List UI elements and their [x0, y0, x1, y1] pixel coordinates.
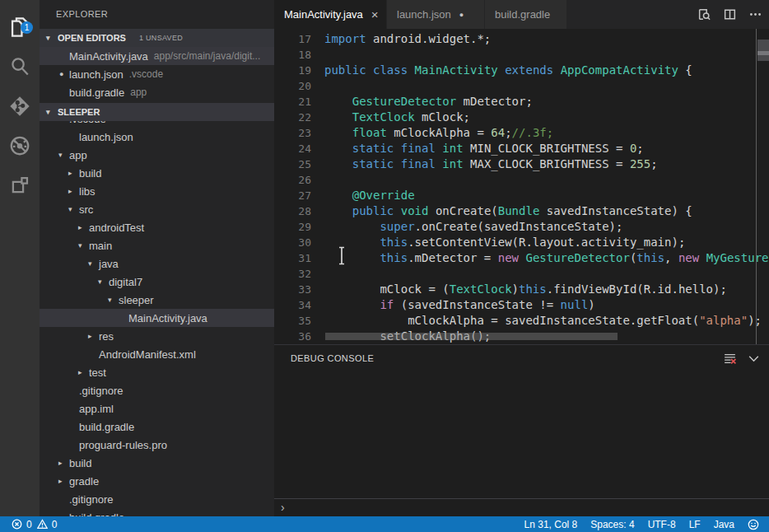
chevron-right-icon: ▸ [68, 169, 79, 177]
code-editor[interactable]: 17import android.widget.*;1819public cla… [274, 29, 769, 344]
tree-item-mainactivity-java[interactable]: MainActivity.java [40, 309, 274, 327]
tree-item-sleeper[interactable]: ▾sleeper [40, 291, 274, 309]
chevron-right-icon: ▸ [78, 223, 89, 231]
tree-item-app-iml[interactable]: app.iml [40, 399, 274, 418]
tree-item-res[interactable]: ▸res [40, 327, 274, 345]
tree-item-androidmanifest-xml[interactable]: AndroidManifest.xml [40, 345, 274, 363]
line-number[interactable]: 34 [274, 297, 311, 313]
line-number[interactable]: 36 [274, 329, 311, 344]
open-editors-header[interactable]: ▾ OPEN EDITORS 1 UNSAVED [40, 29, 274, 47]
chevron-down-icon: ▾ [108, 296, 119, 304]
tree-item-build-gradle[interactable]: build.gradle [40, 508, 274, 516]
close-icon[interactable]: × [371, 8, 379, 21]
code-line: 31 this.mDetector = new GestureDetector(… [274, 250, 769, 266]
collapse-panel-icon[interactable] [747, 352, 761, 366]
overview-ruler-border [756, 29, 757, 344]
tree-item-label: src [79, 203, 93, 216]
line-number[interactable]: 17 [274, 31, 311, 47]
line-number[interactable]: 20 [274, 78, 311, 94]
tree-item-androidtest[interactable]: ▸androidTest [40, 218, 274, 236]
code-line: 20 [274, 78, 769, 94]
tree-item-label: libs [79, 185, 96, 198]
tree-item-build[interactable]: ▸build [40, 454, 274, 472]
open-editor-item[interactable]: build.gradleapp [40, 83, 274, 101]
tree-item-app[interactable]: ▾app [40, 146, 274, 164]
tab-launch-json[interactable]: launch.json● [387, 0, 485, 29]
line-number[interactable]: 26 [274, 172, 311, 188]
open-editor-item[interactable]: MainActivity.javaapp/src/main/java/digit… [40, 47, 274, 65]
activity-bar-item-search[interactable] [0, 50, 40, 83]
editor-actions [697, 0, 762, 29]
debug-console-panel: DEBUG CONSOLE › [274, 344, 769, 516]
status-errors[interactable]: 0 [12, 519, 32, 530]
open-editor-path: app/src/main/java/digit... [154, 50, 260, 62]
activity-bar-item-extensions[interactable] [0, 169, 40, 202]
clear-console-icon[interactable] [723, 352, 737, 366]
tree-item-java[interactable]: ▾java [40, 254, 274, 273]
line-number[interactable]: 30 [274, 235, 311, 250]
chevron-down-icon: ▾ [58, 151, 69, 159]
activity-bar-item-debug-disabled[interactable] [0, 129, 40, 162]
line-number[interactable]: 24 [274, 141, 311, 156]
chevron-down-icon: ▾ [46, 34, 58, 42]
tree-item-proguard-rules-pro[interactable]: proguard-rules.pro [40, 436, 274, 454]
code-line-content: public class MainActivity extends AppCom… [311, 63, 692, 78]
tree-item--gitignore[interactable]: .gitignore [40, 381, 274, 399]
line-number[interactable]: 31 [274, 250, 311, 266]
chevron-right-icon: ▸ [68, 187, 79, 195]
horizontal-scrollbar-thumb[interactable] [325, 333, 618, 340]
workspace-name-label: SLEEPER [58, 107, 100, 117]
more-actions-icon[interactable] [748, 7, 762, 21]
line-number[interactable]: 27 [274, 188, 311, 203]
open-preview-icon[interactable] [697, 7, 711, 21]
tree-item-label: gradle [69, 475, 99, 488]
tree-item-launch-json[interactable]: launch.json [40, 128, 274, 146]
source-control-icon [9, 96, 30, 117]
activity-bar-item-source-control[interactable] [0, 90, 40, 123]
line-number[interactable]: 33 [274, 282, 311, 297]
chevron-down-icon: ▾ [78, 241, 89, 250]
line-number[interactable]: 22 [274, 110, 311, 125]
split-editor-icon[interactable] [723, 7, 737, 21]
tree-item-src[interactable]: ▾src [40, 200, 274, 218]
line-number[interactable]: 21 [274, 94, 311, 110]
status-item-utf-8[interactable]: UTF-8 [648, 519, 676, 530]
code-line: 17import android.widget.*; [274, 31, 769, 47]
open-editor-path: .vscode [129, 68, 163, 80]
line-number[interactable]: 19 [274, 63, 311, 78]
tree-item-build-gradle[interactable]: build.gradle [40, 418, 274, 436]
debug-console-input[interactable]: › [274, 498, 769, 517]
line-number[interactable]: 23 [274, 125, 311, 141]
tree-item-label: sleeper [119, 294, 154, 306]
tree-item--gitignore[interactable]: .gitignore [40, 490, 274, 508]
code-line: 27 @Override [274, 188, 769, 203]
status-item-java[interactable]: Java [714, 519, 734, 530]
tree-item-gradle[interactable]: ▸gradle [40, 472, 274, 490]
tab-mainactivity-java[interactable]: MainActivity.java× [274, 0, 387, 29]
tree-item-build[interactable]: ▸build [40, 164, 274, 182]
workspace-section-header[interactable]: ▾ SLEEPER [40, 103, 274, 121]
line-number[interactable]: 18 [274, 47, 311, 63]
status-warnings[interactable]: 0 [37, 519, 58, 530]
vertical-scrollbar-thumb[interactable] [757, 40, 769, 61]
line-number[interactable]: 25 [274, 156, 311, 172]
tree-item-digital7[interactable]: ▾digital7 [40, 273, 274, 291]
tree-item-label: .gitignore [69, 493, 113, 506]
tree-item-test[interactable]: ▸test [40, 363, 274, 381]
activity-bar-item-files[interactable] [0, 11, 40, 44]
feedback-smiley-icon[interactable] [748, 519, 759, 530]
open-editor-item[interactable]: ●launch.json.vscode [40, 65, 274, 83]
tab-build-gradle[interactable]: build.gradle [485, 0, 567, 29]
status-item-ln-31-col-8[interactable]: Ln 31, Col 8 [524, 519, 578, 530]
line-number[interactable]: 29 [274, 219, 311, 235]
tree-item-label: MainActivity.java [128, 312, 207, 324]
line-number[interactable]: 35 [274, 313, 311, 329]
tree-item-label: res [99, 330, 114, 343]
status-item-spaces-4[interactable]: Spaces: 4 [590, 519, 634, 530]
tree-item-libs[interactable]: ▸libs [40, 182, 274, 200]
line-number[interactable]: 32 [274, 266, 311, 282]
extensions-icon [9, 175, 30, 196]
tree-item-main[interactable]: ▾main [40, 236, 274, 254]
line-number[interactable]: 28 [274, 203, 311, 219]
status-item-lf[interactable]: LF [689, 519, 701, 530]
